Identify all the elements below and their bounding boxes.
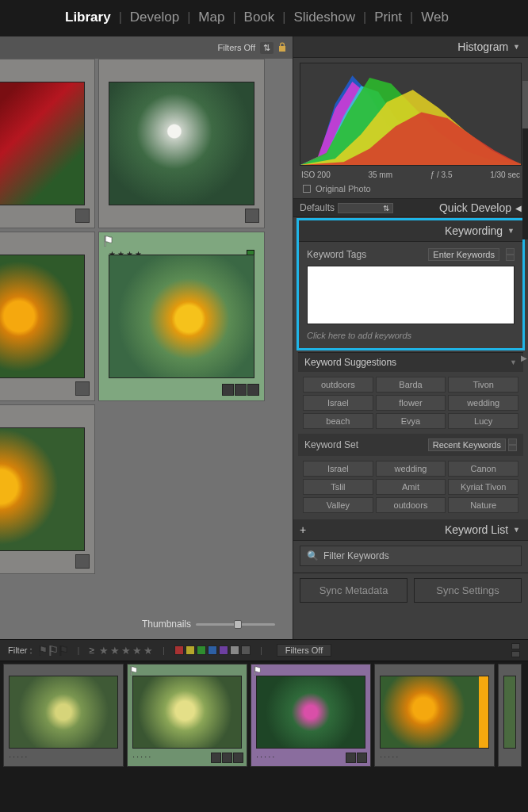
- thumbnail[interactable]: [256, 676, 365, 749]
- grid-cell[interactable]: [0, 59, 95, 228]
- keyword-tag[interactable]: Lucy: [448, 413, 518, 429]
- keyword-tag[interactable]: Israel: [303, 395, 373, 411]
- keyword-mode-stepper[interactable]: [506, 248, 515, 261]
- grid-cell-selected[interactable]: ★★★★: [98, 232, 265, 401]
- sync-settings-button[interactable]: Sync Settings: [414, 578, 522, 603]
- rating-dots[interactable]: ·····: [256, 752, 276, 761]
- color-swatch[interactable]: [208, 645, 217, 655]
- flag-unflagged-icon[interactable]: [49, 645, 58, 656]
- slider-knob[interactable]: [234, 620, 242, 629]
- color-filter[interactable]: [174, 645, 251, 655]
- nav-library[interactable]: Library: [55, 6, 121, 29]
- grid-cell[interactable]: [98, 59, 265, 228]
- color-swatch[interactable]: [197, 645, 206, 655]
- keyword-tag[interactable]: Canon: [448, 461, 518, 477]
- rating-dots[interactable]: ·····: [9, 752, 29, 761]
- color-swatch[interactable]: [230, 645, 239, 655]
- nav-slideshow[interactable]: Slideshow: [284, 6, 365, 29]
- thumbnail[interactable]: [109, 82, 254, 205]
- filter-preset-switch[interactable]: [511, 643, 520, 657]
- defaults-dropdown[interactable]: ⇅: [338, 203, 393, 213]
- quick-develop-header[interactable]: Defaults ⇅ Quick Develop ◀: [293, 198, 528, 217]
- sync-metadata-button[interactable]: Sync Metadata: [300, 578, 407, 603]
- rating-comparator[interactable]: ≥: [89, 645, 94, 656]
- color-swatch[interactable]: [174, 645, 184, 655]
- keyword-tag[interactable]: Evya: [376, 413, 446, 429]
- keyword-tag[interactable]: Tivon: [448, 377, 518, 393]
- keyword-hint[interactable]: Click here to add keywords: [299, 331, 522, 348]
- grid-cell[interactable]: [0, 404, 95, 574]
- keyword-tag[interactable]: Nature: [448, 497, 518, 513]
- filmstrip[interactable]: ····· ····· ····· ·····: [0, 661, 528, 780]
- thumbnail[interactable]: [109, 255, 254, 378]
- keywording-header[interactable]: Keywording ▼: [299, 220, 522, 242]
- filmstrip-cell[interactable]: ·····: [3, 664, 124, 767]
- flag-filter[interactable]: [39, 645, 68, 656]
- filmstrip-cell[interactable]: [498, 664, 522, 767]
- rating-filter[interactable]: ≥ ★★★★★: [89, 645, 153, 657]
- rating-dots[interactable]: ·····: [380, 752, 400, 761]
- keyword-tag[interactable]: Kyriat Tivon: [448, 479, 518, 495]
- add-keyword-button[interactable]: +: [300, 523, 306, 536]
- keyword-list-header[interactable]: + Keyword List ▼: [293, 519, 528, 541]
- nav-book[interactable]: Book: [235, 6, 285, 29]
- thumbnail[interactable]: [9, 676, 118, 749]
- keyword-tag[interactable]: Valley: [303, 497, 373, 513]
- nav-develop[interactable]: Develop: [121, 6, 189, 29]
- right-scrollbar[interactable]: [522, 81, 528, 239]
- keyword-tag[interactable]: outdoors: [376, 497, 446, 513]
- nav-map[interactable]: Map: [189, 6, 234, 29]
- thumbnail[interactable]: [503, 676, 516, 749]
- filmstrip-cell-selected[interactable]: ·····: [251, 664, 371, 767]
- filters-off-dropdown[interactable]: Filters Off: [277, 644, 331, 657]
- keyword-tag[interactable]: wedding: [448, 395, 518, 411]
- lock-icon[interactable]: [278, 42, 286, 53]
- panel-expand-icon[interactable]: ▶: [521, 354, 528, 365]
- color-swatch[interactable]: [219, 645, 228, 655]
- keyword-tag[interactable]: beach: [303, 413, 373, 429]
- thumbnail[interactable]: [0, 255, 85, 378]
- keyword-suggestions-header[interactable]: Keyword Suggestions ▼: [298, 352, 523, 372]
- thumbnail[interactable]: [0, 427, 85, 551]
- histogram-header[interactable]: Histogram ▼: [293, 36, 528, 58]
- grid-cell[interactable]: [0, 232, 95, 401]
- flag-icon[interactable]: [130, 666, 138, 676]
- keyword-tag[interactable]: wedding: [376, 461, 446, 477]
- keyword-tag[interactable]: Barda: [376, 377, 446, 393]
- filters-stepper[interactable]: ⇅: [260, 42, 274, 54]
- thumbnail[interactable]: [0, 82, 85, 205]
- original-photo-row[interactable]: Original Photo: [293, 179, 528, 198]
- keyword-set-dropdown[interactable]: Recent Keywords: [428, 439, 506, 451]
- grid-view[interactable]: Filters Off ⇅ ★★★★: [0, 36, 293, 639]
- flag-rejected-icon[interactable]: [59, 645, 68, 656]
- filmstrip-cell-selected[interactable]: ·····: [127, 664, 247, 767]
- filters-off-label[interactable]: Filters Off: [218, 43, 255, 52]
- star-icon[interactable]: ★: [132, 645, 142, 657]
- star-icon[interactable]: ★: [143, 645, 153, 657]
- thumbnail[interactable]: [132, 676, 242, 749]
- color-swatch[interactable]: [241, 645, 251, 655]
- color-swatch[interactable]: [186, 645, 195, 655]
- flag-icon[interactable]: [104, 236, 113, 247]
- nav-web[interactable]: Web: [411, 6, 458, 29]
- keyword-input-box[interactable]: [307, 266, 515, 324]
- keyword-tags-mode-dropdown[interactable]: Enter Keywords: [428, 248, 499, 261]
- keyword-tag[interactable]: Amit: [376, 479, 446, 495]
- nav-print[interactable]: Print: [365, 6, 411, 29]
- histogram-chart[interactable]: [300, 63, 522, 166]
- keyword-tag[interactable]: outdoors: [303, 377, 373, 393]
- checkbox-icon[interactable]: [303, 185, 311, 193]
- star-icon[interactable]: ★: [121, 645, 131, 657]
- thumbnail[interactable]: [380, 676, 489, 749]
- slider-track[interactable]: [196, 623, 275, 626]
- keyword-set-stepper[interactable]: [508, 439, 517, 451]
- filter-keywords-input[interactable]: 🔍 Filter Keywords: [300, 546, 522, 566]
- keyword-tag[interactable]: Tslil: [303, 479, 373, 495]
- keyword-tag[interactable]: flower: [376, 395, 446, 411]
- flag-icon[interactable]: [254, 666, 262, 676]
- star-icon[interactable]: ★: [110, 645, 120, 657]
- keyword-tag[interactable]: Israel: [303, 461, 373, 477]
- filmstrip-cell[interactable]: ·····: [374, 664, 495, 767]
- star-icon[interactable]: ★: [99, 645, 109, 657]
- scrollbar-thumb[interactable]: [522, 81, 528, 128]
